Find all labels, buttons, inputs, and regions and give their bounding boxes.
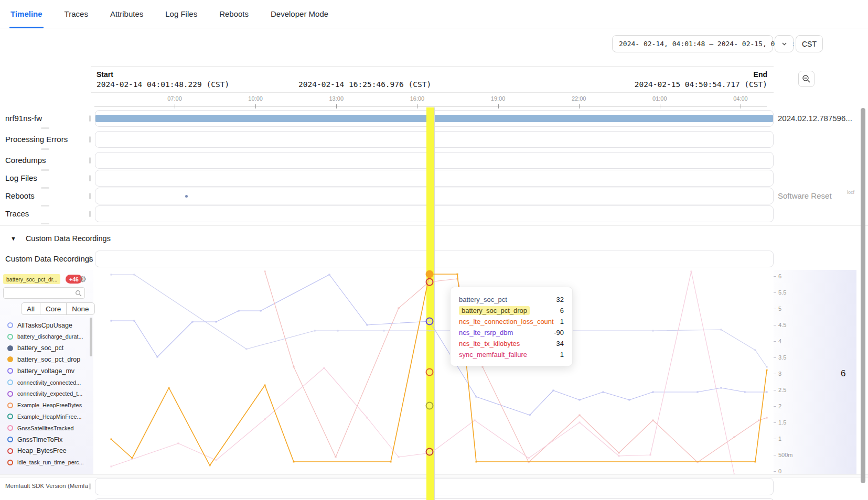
row-resize-handle[interactable] [89, 175, 91, 181]
series-point [131, 457, 133, 459]
legend-item-label: battery_soc_pct [17, 344, 63, 352]
tab-reboots[interactable]: Reboots [219, 0, 249, 28]
legend-item-idle-task-run-time-perc-[interactable]: idle_task_run_time_perc... [0, 457, 89, 468]
search-icon [75, 290, 82, 297]
y-tick-label: 0 [778, 468, 781, 474]
series-color-dot [7, 414, 13, 419]
tooltip-row: ncs_lte_connection_loss_count1 [459, 316, 564, 327]
time-axis-line [94, 106, 767, 106]
series-point [191, 321, 194, 323]
tooltip-row: sync_memfault_failure1 [459, 349, 564, 360]
series-point [328, 274, 330, 276]
tab-timeline[interactable]: Timeline [10, 0, 42, 28]
cursor-marker[interactable] [426, 271, 433, 278]
row-height-handle[interactable] [41, 148, 49, 150]
reboot-event-dot[interactable] [185, 195, 188, 198]
legend-item-connectivity-connected-[interactable]: connectivity_connected... [0, 377, 89, 388]
legend-item-gnsstimetofix[interactable]: GnssTimeToFix [0, 434, 89, 445]
cursor-marker[interactable] [426, 369, 433, 376]
vertical-scrollbar-thumb[interactable] [861, 108, 865, 483]
metric-search-box[interactable] [3, 287, 85, 299]
row-label-processing-errors: Processing Errors [5, 135, 68, 144]
date-range-picker[interactable]: 2024- 02-14, 04:01:48 – 2024- 02-15, 04:… [612, 35, 773, 52]
row-height-handle[interactable] [41, 205, 49, 206]
cursor-marker[interactable] [426, 403, 433, 409]
row-height-handle[interactable] [41, 169, 49, 171]
legend-item-battery-discharge-durat-[interactable]: battery_discharge_durat... [0, 331, 89, 342]
legend-item-battery-soc-pct-drop[interactable]: battery_soc_pct_drop [0, 354, 89, 365]
y-tick-mark [774, 406, 776, 407]
series-point [110, 438, 112, 440]
tooltip-series-value: 32 [556, 296, 564, 303]
series-line-orange [111, 274, 767, 465]
tooltip-series-value: -90 [554, 329, 564, 336]
tooltip-series-value: 1 [560, 351, 564, 358]
filter-button-all[interactable]: All [21, 302, 40, 315]
tooltip-series-value: 1 [560, 318, 564, 325]
row-resize-handle[interactable] [89, 193, 91, 199]
row-resize-handle[interactable] [89, 211, 91, 217]
zoom-out-button[interactable] [798, 71, 815, 87]
legend-item-heap-bytesfree[interactable]: Heap_BytesFree [0, 445, 89, 456]
tooltip-series-name: ncs_lte_rsrp_dbm [459, 329, 513, 336]
y-tick-label: 3 [778, 371, 781, 377]
row-resize-handle[interactable] [89, 136, 91, 143]
date-range-dropdown-button[interactable] [775, 35, 794, 52]
gear-icon[interactable]: ⚙ [77, 273, 89, 285]
tab-log-files[interactable]: Log Files [165, 0, 197, 28]
series-point [398, 456, 400, 458]
series-point [156, 356, 158, 358]
timezone-button[interactable]: CST [796, 35, 823, 52]
filter-button-core[interactable]: Core [40, 302, 67, 315]
row-height-handle[interactable] [41, 187, 49, 189]
row-resize-handle[interactable] [89, 157, 91, 164]
series-point [578, 414, 581, 416]
tooltip-series-name: sync_memfault_failure [459, 351, 527, 358]
search-input[interactable] [4, 290, 75, 296]
collapse-triangle-icon[interactable]: ▼ [10, 235, 16, 242]
time-tick-label: 01:00 [652, 95, 667, 102]
tab-attributes[interactable]: Attributes [110, 0, 143, 28]
row-right-annotation: 2024.02.12.787596... [778, 114, 852, 123]
selected-metric-chip[interactable]: battery_soc_pct_dr... [3, 274, 60, 284]
current-value-label: 6 [841, 368, 845, 379]
row-resize-handle[interactable] [89, 483, 91, 490]
series-point [652, 419, 654, 421]
series-point [618, 455, 620, 457]
legend-item-example-heapfreebytes[interactable]: Example_HeapFreeBytes [0, 400, 89, 411]
y-tick-mark [774, 374, 776, 374]
row-height-handle[interactable] [41, 127, 49, 129]
legend-item-battery-voltage-mv[interactable]: battery_voltage_mv [0, 365, 89, 376]
legend-item-gnsssatellitestracked[interactable]: GnssSatellitesTracked [0, 422, 89, 433]
tab-traces[interactable]: Traces [65, 0, 88, 28]
tooltip-series-name: ncs_lte_tx_kilobytes [459, 340, 520, 347]
legend-item-connectivity-expected-t-[interactable]: connectivity_expected_t... [0, 388, 89, 399]
legend-item-alltaskscpuusage[interactable]: AllTasksCpuUsage [0, 320, 89, 331]
row-label-log-files: Log Files [5, 173, 37, 182]
cursor-marker[interactable] [426, 279, 433, 286]
series-point [652, 330, 654, 332]
series-point [337, 330, 339, 332]
tab-developer-mode[interactable]: Developer Mode [271, 0, 328, 28]
cursor-marker[interactable] [426, 318, 433, 325]
series-color-dot [7, 403, 13, 408]
cursor-marker[interactable] [426, 449, 433, 455]
metrics-chart[interactable] [94, 270, 774, 474]
legend-item-example-heapminfree-[interactable]: Example_HeapMinFree... [0, 411, 89, 422]
legend-scrollbar-thumb[interactable] [90, 318, 92, 356]
legend-item-battery-soc-pct[interactable]: battery_soc_pct [0, 343, 89, 354]
row-height-handle[interactable] [41, 223, 49, 224]
y-tick-mark [774, 471, 776, 472]
time-tick-label: 22:00 [572, 95, 586, 102]
series-point [475, 396, 477, 398]
time-tick-mark [175, 104, 175, 108]
series-point [314, 330, 316, 332]
time-tick-mark [417, 104, 417, 108]
row-resize-handle[interactable] [89, 115, 91, 122]
series-point [323, 367, 325, 369]
zoom-out-icon [802, 74, 811, 83]
series-color-dot [7, 322, 13, 328]
filter-button-none[interactable]: None [66, 302, 94, 315]
series-color-dot [7, 356, 13, 362]
series-point [758, 419, 760, 421]
